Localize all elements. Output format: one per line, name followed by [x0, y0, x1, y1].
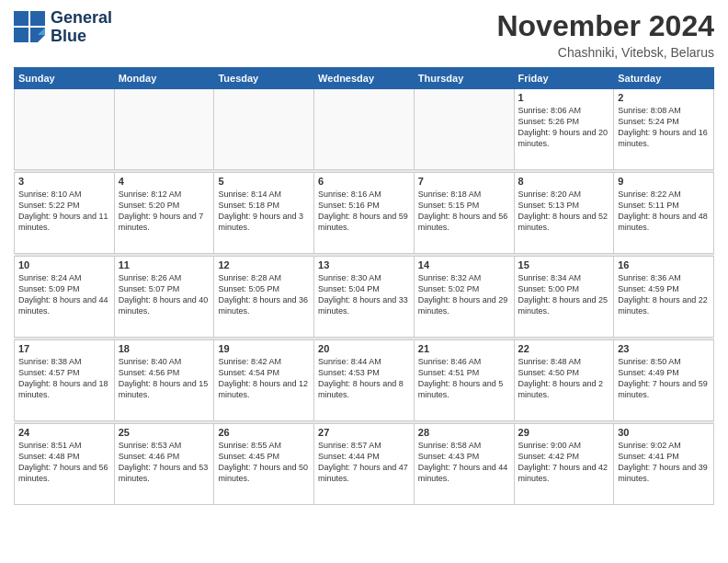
day-number: 13 — [318, 259, 410, 270]
day-info: Sunrise: 8:26 AM Sunset: 5:07 PM Dayligh… — [119, 272, 210, 317]
day-info: Sunrise: 8:06 AM Sunset: 5:26 PM Dayligh… — [518, 105, 610, 150]
day-info: Sunrise: 8:20 AM Sunset: 5:13 PM Dayligh… — [518, 189, 610, 234]
calendar-header-row: Sunday Monday Tuesday Wednesday Thursday… — [15, 68, 714, 89]
calendar-week-1: 1Sunrise: 8:06 AM Sunset: 5:26 PM Daylig… — [15, 89, 714, 170]
table-row: 28Sunrise: 8:58 AM Sunset: 4:43 PM Dayli… — [414, 424, 514, 505]
day-info: Sunrise: 9:00 AM Sunset: 4:42 PM Dayligh… — [518, 440, 610, 485]
month-title: November 2024 — [496, 9, 714, 43]
day-number: 9 — [618, 176, 710, 187]
table-row: 23Sunrise: 8:50 AM Sunset: 4:49 PM Dayli… — [614, 340, 714, 421]
day-number: 10 — [18, 259, 110, 270]
col-saturday: Saturday — [614, 68, 714, 89]
day-number: 18 — [119, 343, 210, 354]
col-monday: Monday — [114, 68, 214, 89]
day-info: Sunrise: 8:55 AM Sunset: 4:45 PM Dayligh… — [218, 440, 310, 485]
table-row: 11Sunrise: 8:26 AM Sunset: 5:07 PM Dayli… — [114, 257, 214, 338]
day-number: 16 — [618, 259, 710, 270]
table-row — [15, 89, 115, 170]
day-number: 15 — [518, 259, 610, 270]
svg-rect-1 — [30, 11, 45, 26]
day-number: 7 — [418, 176, 510, 187]
svg-rect-0 — [14, 11, 28, 26]
table-row: 19Sunrise: 8:42 AM Sunset: 4:54 PM Dayli… — [214, 340, 314, 421]
table-row: 24Sunrise: 8:51 AM Sunset: 4:48 PM Dayli… — [15, 424, 115, 505]
calendar-week-2: 3Sunrise: 8:10 AM Sunset: 5:22 PM Daylig… — [15, 173, 714, 254]
table-row: 5Sunrise: 8:14 AM Sunset: 5:18 PM Daylig… — [214, 173, 314, 254]
day-number: 2 — [618, 92, 710, 103]
day-info: Sunrise: 9:02 AM Sunset: 4:41 PM Dayligh… — [618, 440, 710, 485]
day-info: Sunrise: 8:22 AM Sunset: 5:11 PM Dayligh… — [618, 189, 710, 234]
col-thursday: Thursday — [414, 68, 514, 89]
day-number: 21 — [418, 343, 510, 354]
page-container: General Blue November 2024 Chashniki, Vi… — [0, 0, 728, 563]
day-number: 28 — [418, 427, 510, 438]
day-info: Sunrise: 8:08 AM Sunset: 5:24 PM Dayligh… — [618, 105, 710, 150]
day-number: 30 — [618, 427, 710, 438]
table-row: 21Sunrise: 8:46 AM Sunset: 4:51 PM Dayli… — [414, 340, 514, 421]
day-number: 19 — [218, 343, 310, 354]
table-row: 26Sunrise: 8:55 AM Sunset: 4:45 PM Dayli… — [214, 424, 314, 505]
table-row: 16Sunrise: 8:36 AM Sunset: 4:59 PM Dayli… — [614, 257, 714, 338]
day-info: Sunrise: 8:14 AM Sunset: 5:18 PM Dayligh… — [218, 189, 310, 234]
table-row: 9Sunrise: 8:22 AM Sunset: 5:11 PM Daylig… — [614, 173, 714, 254]
day-number: 25 — [119, 427, 210, 438]
table-row: 18Sunrise: 8:40 AM Sunset: 4:56 PM Dayli… — [114, 340, 214, 421]
table-row: 30Sunrise: 9:02 AM Sunset: 4:41 PM Dayli… — [614, 424, 714, 505]
day-info: Sunrise: 8:10 AM Sunset: 5:22 PM Dayligh… — [18, 189, 110, 234]
day-info: Sunrise: 8:46 AM Sunset: 4:51 PM Dayligh… — [418, 356, 510, 401]
table-row: 25Sunrise: 8:53 AM Sunset: 4:46 PM Dayli… — [114, 424, 214, 505]
day-info: Sunrise: 8:40 AM Sunset: 4:56 PM Dayligh… — [119, 356, 210, 401]
location: Chashniki, Vitebsk, Belarus — [496, 45, 714, 60]
col-wednesday: Wednesday — [314, 68, 415, 89]
day-info: Sunrise: 8:38 AM Sunset: 4:57 PM Dayligh… — [18, 356, 110, 401]
day-info: Sunrise: 8:16 AM Sunset: 5:16 PM Dayligh… — [318, 189, 410, 234]
day-number: 8 — [518, 176, 610, 187]
table-row — [214, 89, 314, 170]
table-row: 4Sunrise: 8:12 AM Sunset: 5:20 PM Daylig… — [114, 173, 214, 254]
day-number: 1 — [518, 92, 610, 103]
day-info: Sunrise: 8:12 AM Sunset: 5:20 PM Dayligh… — [119, 189, 210, 234]
day-info: Sunrise: 8:50 AM Sunset: 4:49 PM Dayligh… — [618, 356, 710, 401]
day-number: 11 — [119, 259, 210, 270]
table-row: 10Sunrise: 8:24 AM Sunset: 5:09 PM Dayli… — [15, 257, 115, 338]
table-row: 17Sunrise: 8:38 AM Sunset: 4:57 PM Dayli… — [15, 340, 115, 421]
col-friday: Friday — [514, 68, 614, 89]
table-row: 13Sunrise: 8:30 AM Sunset: 5:04 PM Dayli… — [314, 257, 415, 338]
logo-icon — [14, 11, 47, 44]
col-tuesday: Tuesday — [214, 68, 314, 89]
table-row — [414, 89, 514, 170]
day-info: Sunrise: 8:51 AM Sunset: 4:48 PM Dayligh… — [18, 440, 110, 485]
table-row: 15Sunrise: 8:34 AM Sunset: 5:00 PM Dayli… — [514, 257, 614, 338]
day-info: Sunrise: 8:34 AM Sunset: 5:00 PM Dayligh… — [518, 272, 610, 317]
logo: General Blue — [14, 9, 112, 46]
table-row: 8Sunrise: 8:20 AM Sunset: 5:13 PM Daylig… — [514, 173, 614, 254]
day-info: Sunrise: 8:58 AM Sunset: 4:43 PM Dayligh… — [418, 440, 510, 485]
table-row: 2Sunrise: 8:08 AM Sunset: 5:24 PM Daylig… — [614, 89, 714, 170]
table-row: 6Sunrise: 8:16 AM Sunset: 5:16 PM Daylig… — [314, 173, 415, 254]
calendar-table: Sunday Monday Tuesday Wednesday Thursday… — [14, 67, 714, 505]
col-sunday: Sunday — [15, 68, 115, 89]
day-info: Sunrise: 8:57 AM Sunset: 4:44 PM Dayligh… — [318, 440, 410, 485]
table-row — [314, 89, 415, 170]
day-info: Sunrise: 8:18 AM Sunset: 5:15 PM Dayligh… — [418, 189, 510, 234]
table-row — [114, 89, 214, 170]
day-info: Sunrise: 8:24 AM Sunset: 5:09 PM Dayligh… — [18, 272, 110, 317]
day-number: 4 — [119, 176, 210, 187]
calendar-week-3: 10Sunrise: 8:24 AM Sunset: 5:09 PM Dayli… — [15, 257, 714, 338]
svg-rect-2 — [14, 28, 28, 42]
day-number: 5 — [218, 176, 310, 187]
day-number: 27 — [318, 427, 410, 438]
calendar-week-4: 17Sunrise: 8:38 AM Sunset: 4:57 PM Dayli… — [15, 340, 714, 421]
logo-text: General Blue — [51, 9, 112, 46]
table-row: 14Sunrise: 8:32 AM Sunset: 5:02 PM Dayli… — [414, 257, 514, 338]
table-row: 1Sunrise: 8:06 AM Sunset: 5:26 PM Daylig… — [514, 89, 614, 170]
table-row: 22Sunrise: 8:48 AM Sunset: 4:50 PM Dayli… — [514, 340, 614, 421]
day-info: Sunrise: 8:44 AM Sunset: 4:53 PM Dayligh… — [318, 356, 410, 401]
table-row: 7Sunrise: 8:18 AM Sunset: 5:15 PM Daylig… — [414, 173, 514, 254]
table-row: 12Sunrise: 8:28 AM Sunset: 5:05 PM Dayli… — [214, 257, 314, 338]
day-info: Sunrise: 8:36 AM Sunset: 4:59 PM Dayligh… — [618, 272, 710, 317]
day-number: 6 — [318, 176, 410, 187]
day-number: 29 — [518, 427, 610, 438]
day-number: 26 — [218, 427, 310, 438]
day-info: Sunrise: 8:48 AM Sunset: 4:50 PM Dayligh… — [518, 356, 610, 401]
